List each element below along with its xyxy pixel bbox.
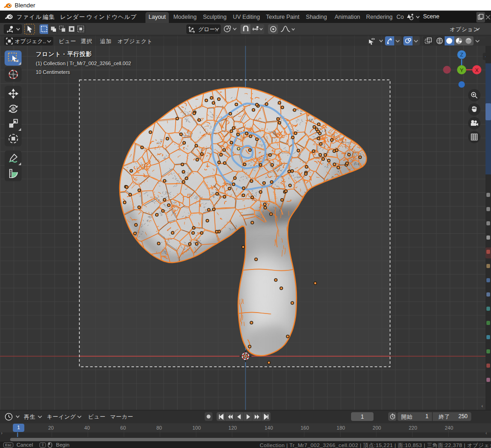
svg-text:Z: Z <box>460 52 463 57</box>
svg-text:X: X <box>475 67 479 73</box>
svg-text:Y: Y <box>460 67 463 73</box>
